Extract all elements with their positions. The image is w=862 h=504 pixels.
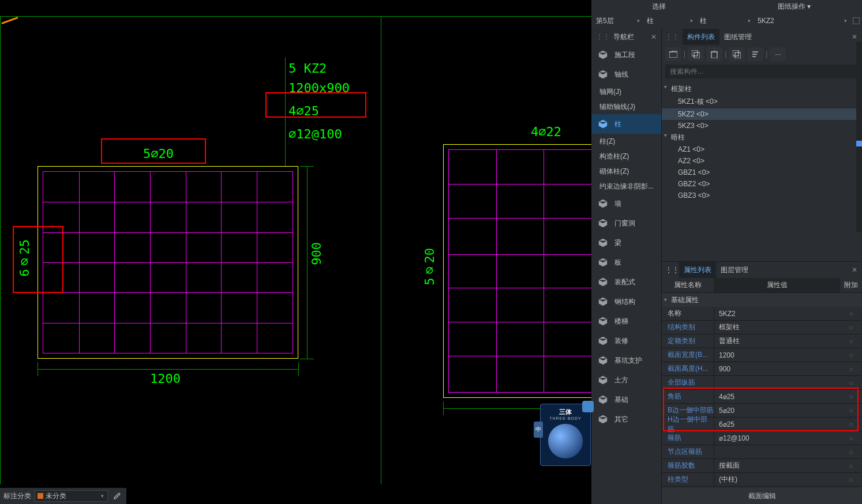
prop-value[interactable]	[714, 376, 840, 389]
tab-property-list[interactable]: 属性列表	[679, 262, 716, 278]
delete-button[interactable]	[706, 47, 722, 61]
prop-row[interactable]: 角筋4⌀25○	[662, 390, 862, 404]
nav-sub-item[interactable]: 砌体柱(Z)	[591, 164, 661, 179]
tree-item[interactable]: AZ2 <0>	[662, 155, 862, 167]
prop-add-icon[interactable]: ○	[840, 310, 862, 318]
prop-value[interactable]: (中柱)	[714, 473, 840, 486]
prop-value[interactable]: 5⌀20	[714, 404, 840, 417]
tree-item[interactable]: GBZ2 <0>	[662, 178, 862, 190]
tree-group[interactable]: 框架柱	[662, 83, 862, 95]
prop-add-icon[interactable]: ○	[840, 476, 862, 484]
close-icon[interactable]: ✕	[852, 266, 857, 274]
cube-icon	[596, 276, 610, 288]
prop-add-icon[interactable]: ○	[840, 448, 862, 456]
close-icon[interactable]: ✕	[852, 33, 857, 41]
nav-sub-item[interactable]: 柱(Z)	[591, 134, 661, 149]
prop-add-icon[interactable]: ○	[840, 407, 862, 415]
item-select[interactable]: 5KZ2▾	[754, 13, 850, 29]
prop-value[interactable]: 4⌀25	[714, 390, 840, 403]
more-button[interactable]: ···	[770, 47, 786, 61]
nav-item[interactable]: 门窗洞	[591, 213, 661, 233]
tree-item[interactable]: 5KZ3 <0>	[662, 120, 862, 131]
prop-add-icon[interactable]: ○	[840, 462, 862, 470]
floating-thumbnail[interactable]: 中 三体 THREE·BODY	[540, 404, 591, 466]
nav-item[interactable]: 其它	[591, 409, 661, 429]
tree-item[interactable]: GBZ3 <0>	[662, 190, 862, 201]
prop-value[interactable]: 普通柱	[714, 334, 840, 348]
drawing-canvas[interactable]: 900 1200 5 KZ2 1200x900 4⌀25 ⌀12@100 5⌀2…	[0, 0, 591, 484]
prop-row[interactable]: 名称5KZ2○	[662, 307, 862, 321]
prop-add-icon[interactable]: ○	[840, 420, 862, 428]
nav-item[interactable]: 墙	[591, 194, 661, 213]
prop-value[interactable]: 框架柱	[714, 321, 840, 334]
nav-sub-item[interactable]: 构造柱(Z)	[591, 149, 661, 164]
tree-item[interactable]: AZ1 <0>	[662, 144, 862, 155]
prop-add-icon[interactable]: ○	[840, 324, 862, 332]
prop-row[interactable]: 结构类别框架柱○	[662, 321, 862, 334]
prop-row[interactable]: 箍筋胶数按截面○	[662, 459, 862, 473]
tree-item[interactable]: 5KZ1-核 <0>	[662, 95, 862, 108]
prop-value[interactable]: 5KZ2	[714, 307, 840, 320]
prop-name: 全部纵筋	[662, 378, 714, 388]
prop-add-icon[interactable]: ○	[840, 351, 862, 359]
tab-component-list[interactable]: 构件列表	[683, 29, 719, 45]
prop-row[interactable]: 截面宽度(B...1200○	[662, 348, 862, 362]
section-edit-button[interactable]: 截面编辑	[662, 488, 862, 504]
prop-name: B边一侧中部筋	[662, 405, 714, 415]
prop-value[interactable]: 1200	[714, 348, 840, 362]
prop-value[interactable]	[714, 445, 840, 458]
nav-sub-item[interactable]: 轴网(J)	[591, 84, 661, 99]
top-select[interactable]: 选择	[591, 0, 727, 13]
prop-add-icon[interactable]: ○	[840, 434, 862, 442]
nav-item[interactable]: 装配式	[591, 272, 661, 292]
nav-item[interactable]: 基础	[591, 390, 661, 409]
prop-add-icon[interactable]: ○	[840, 379, 862, 387]
nav-item[interactable]: 土方	[591, 370, 661, 390]
nav-item[interactable]: 施工段	[591, 45, 661, 65]
category-select-2[interactable]: 柱▾	[696, 13, 754, 29]
nav-sub-item[interactable]: 辅助轴线(J)	[591, 99, 661, 114]
tree-group[interactable]: 暗柱	[662, 131, 862, 144]
prop-add-icon[interactable]: ○	[840, 393, 862, 401]
prop-value[interactable]: 6⌀25	[714, 418, 840, 431]
floor-select[interactable]: 第5层▾	[593, 13, 643, 29]
nav-item[interactable]: 钢结构	[591, 292, 661, 311]
copy-button[interactable]	[688, 47, 704, 61]
close-icon[interactable]: ✕	[651, 33, 657, 41]
nav-item[interactable]: 轴线	[591, 65, 661, 84]
prop-value[interactable]: 按截面	[714, 459, 840, 472]
tree-item[interactable]: GBZ1 <0>	[662, 167, 862, 178]
category-select-1[interactable]: 柱▾	[643, 13, 696, 29]
prop-row[interactable]: 截面高度(H...900○	[662, 362, 862, 376]
prop-value[interactable]: ⌀12@100	[714, 431, 840, 445]
prop-add-icon[interactable]: ○	[840, 365, 862, 373]
nav-item[interactable]: 板	[591, 253, 661, 272]
prop-row[interactable]: 柱类型(中柱)○	[662, 473, 862, 487]
layer-button[interactable]	[729, 47, 745, 61]
search-input[interactable]	[665, 65, 859, 78]
tree-item[interactable]: 5KZ2 <0>	[662, 108, 862, 120]
annotation-category-select[interactable]: 未分类 ▾	[35, 490, 108, 502]
new-folder-button[interactable]	[665, 47, 681, 61]
prop-row[interactable]: 全部纵筋○	[662, 376, 862, 390]
edit-icon[interactable]	[111, 490, 123, 502]
nav-item[interactable]: 楼梯	[591, 311, 661, 331]
thumbnail-side-button[interactable]: 中	[534, 422, 543, 438]
prop-row[interactable]: 箍筋⌀12@100○	[662, 431, 862, 445]
tab-layer-manage[interactable]: 图层管理	[716, 262, 753, 278]
prop-add-icon[interactable]: ○	[840, 337, 862, 345]
prop-row[interactable]: H边一侧中部筋6⌀25○	[662, 418, 862, 431]
prop-row[interactable]: 节点区箍筋○	[662, 445, 862, 459]
nav-item[interactable]: 柱	[591, 114, 661, 134]
top-drawing-ops[interactable]: 图纸操作 ▾	[727, 0, 863, 13]
cube-icon	[596, 217, 610, 230]
prop-value[interactable]: 900	[714, 362, 840, 375]
nav-item[interactable]: 装修	[591, 331, 661, 351]
prop-group[interactable]: 基础属性	[662, 293, 862, 307]
prop-row[interactable]: 定额类别普通柱○	[662, 334, 862, 348]
nav-sub-item[interactable]: 约束边缘非阴影...	[591, 179, 661, 194]
sort-button[interactable]	[747, 47, 763, 61]
tab-drawing-manage[interactable]: 图纸管理	[719, 29, 756, 45]
nav-item[interactable]: 基坑支护	[591, 351, 661, 370]
nav-item[interactable]: 梁	[591, 233, 661, 253]
